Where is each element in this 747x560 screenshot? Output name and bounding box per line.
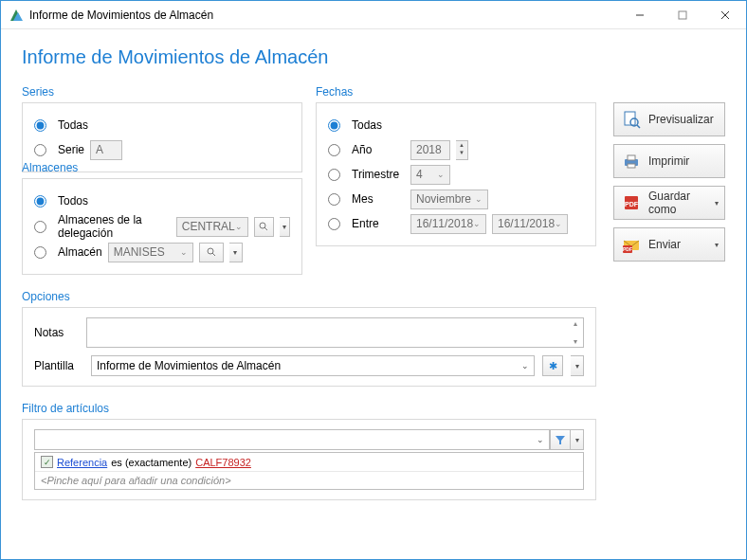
series-todas-radio[interactable]: Todas	[34, 113, 290, 137]
filter-conditions: ✓ Referencia es (exactamente) CALF78932 …	[34, 452, 584, 490]
svg-text:PDF: PDF	[623, 246, 632, 252]
maximize-button[interactable]	[661, 1, 703, 28]
svg-line-7	[264, 227, 267, 230]
delegacion-value: CENTRAL⌄	[176, 217, 248, 237]
filter-condition-row[interactable]: ✓ Referencia es (exactamente) CALF78932	[35, 453, 583, 472]
almacenes-group: Todos Almacenes de la delegación CENTRAL…	[22, 178, 302, 275]
almacenes-almacen-radio[interactable]: Almacén MANISES⌄ ▾	[34, 240, 290, 264]
page-title: Informe de Movimientos de Almacén	[22, 46, 725, 68]
pdf-send-icon: PDF	[622, 235, 641, 254]
entre-from: 16/11/2018⌄	[410, 214, 486, 234]
filtro-funnel-button[interactable]	[550, 429, 571, 450]
condition-op: es (exactamente)	[111, 457, 191, 468]
series-serie-radio[interactable]: Serie A	[34, 137, 290, 162]
imprimir-button[interactable]: Imprimir	[613, 144, 725, 178]
svg-rect-3	[679, 11, 686, 19]
fechas-legend: Fechas	[316, 85, 596, 99]
almacenes-todos-radio[interactable]: Todos	[34, 189, 290, 213]
chevron-down-icon: ▾	[715, 199, 719, 208]
mes-value: Noviembre⌄	[410, 190, 488, 209]
minimize-button[interactable]	[618, 1, 661, 28]
filtro-group: ⌄ ▾ ✓ Referencia es (exactamente) CALF78…	[22, 419, 596, 500]
preview-icon	[622, 110, 641, 129]
condition-field[interactable]: Referencia	[57, 457, 107, 468]
window-title: Informe de Movimientos de Almacén	[29, 9, 618, 22]
notas-label: Notas	[34, 326, 79, 339]
filtro-funnel-drop[interactable]: ▾	[571, 429, 584, 450]
svg-text:PDF: PDF	[625, 201, 639, 208]
plantilla-label: Plantilla	[34, 359, 83, 372]
almacenes-delegacion-radio[interactable]: Almacenes de la delegación CENTRAL⌄ ▾	[34, 213, 290, 240]
previsualizar-button[interactable]: Previsualizar	[613, 102, 725, 136]
notas-textarea[interactable]: ▴▾	[86, 317, 584, 348]
plantilla-combo[interactable]: Informe de Movimientos de Almacén⌄	[91, 355, 535, 376]
app-icon	[9, 8, 24, 23]
filtro-legend: Filtro de artículos	[22, 402, 596, 415]
delegacion-lookup-drop[interactable]: ▾	[280, 217, 290, 237]
svg-marker-10	[556, 436, 565, 444]
almacen-value: MANISES⌄	[108, 243, 193, 262]
titlebar: Informe de Movimientos de Almacén	[1, 1, 746, 29]
fechas-ano-radio[interactable]: Año 2018▲▼	[328, 137, 584, 162]
close-button[interactable]	[703, 1, 746, 28]
chevron-down-icon: ▾	[715, 241, 719, 249]
almacen-lookup-drop[interactable]: ▾	[229, 243, 243, 262]
plantilla-settings-button[interactable]: ✱	[542, 355, 563, 376]
fechas-trimestre-radio[interactable]: Trimestre 4⌄	[328, 162, 584, 187]
almacen-lookup-button[interactable]	[199, 243, 224, 262]
enviar-button[interactable]: PDF Enviar ▾	[613, 227, 725, 262]
ano-spinner[interactable]: ▲▼	[456, 140, 468, 160]
svg-line-9	[212, 253, 215, 256]
almacenes-legend: Almacenes	[22, 161, 302, 174]
opciones-legend: Opciones	[22, 290, 596, 303]
svg-line-13	[637, 125, 640, 128]
fechas-group: Todas Año 2018▲▼ Trimestre 4⌄ Mes Noviem…	[316, 102, 596, 246]
serie-value-field: A	[90, 140, 122, 160]
condition-value[interactable]: CALF78932	[195, 457, 251, 468]
ano-value: 2018	[410, 140, 450, 160]
trimestre-value: 4⌄	[410, 165, 450, 185]
svg-rect-16	[628, 164, 635, 168]
guardar-como-button[interactable]: PDF Guardar como ▾	[613, 186, 725, 220]
fechas-entre-radio[interactable]: Entre 16/11/2018⌄ 16/11/2018⌄	[328, 211, 584, 236]
svg-rect-15	[628, 155, 635, 160]
pdf-save-icon: PDF	[622, 193, 641, 212]
opciones-group: Notas ▴▾ Plantilla Informe de Movimiento…	[22, 307, 596, 387]
entre-to: 16/11/2018⌄	[492, 214, 568, 234]
fechas-mes-radio[interactable]: Mes Noviembre⌄	[328, 187, 584, 211]
printer-icon	[622, 152, 641, 171]
series-legend: Series	[22, 85, 302, 99]
condition-checkbox[interactable]: ✓	[41, 456, 53, 468]
plantilla-settings-drop[interactable]: ▾	[571, 355, 584, 376]
add-condition-row[interactable]: <Pinche aquí para añadir una condición>	[35, 472, 583, 489]
fechas-todas-radio[interactable]: Todas	[328, 113, 584, 137]
app-window: Informe de Movimientos de Almacén Inform…	[0, 0, 747, 560]
delegacion-lookup-button[interactable]	[254, 217, 274, 237]
filtro-combo[interactable]: ⌄	[34, 429, 550, 450]
